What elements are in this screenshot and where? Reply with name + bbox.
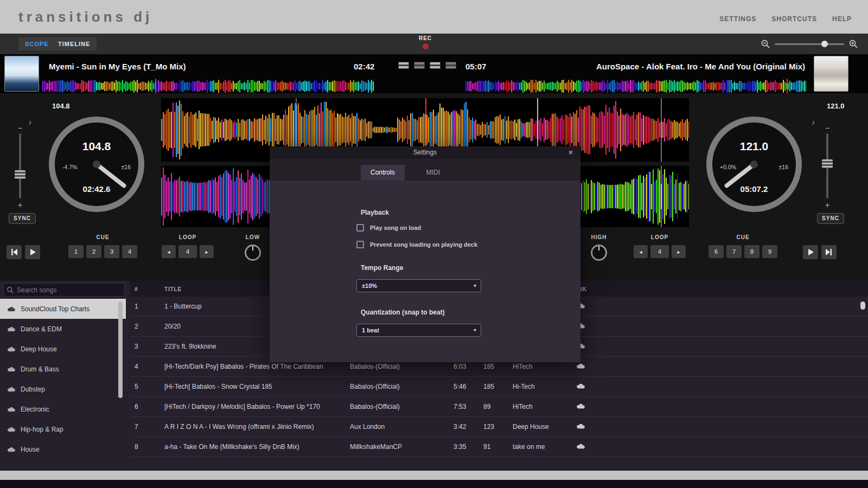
deck-b-cue-7-button[interactable]: 7 <box>726 245 742 258</box>
deck-b-eq-high-group: HIGH <box>589 234 609 261</box>
deck-a-skip-start-button[interactable] <box>7 245 22 259</box>
scope-view-button[interactable]: SCOPE <box>18 37 55 50</box>
deck-a-sync-button[interactable]: SYNC <box>9 213 36 224</box>
deck-a-keylock-icon[interactable]: ♪ <box>28 118 32 126</box>
timeline-view-button[interactable]: TIMELINE <box>52 37 97 50</box>
deck-a-cue-3-button[interactable]: 3 <box>104 245 119 258</box>
playlist-scrollbar-thumb[interactable] <box>118 301 123 398</box>
deck-a-cue-1-button[interactable]: 1 <box>68 245 84 258</box>
soundcloud-link-icon[interactable] <box>568 403 601 410</box>
pitch-plus-label[interactable]: + <box>820 201 834 209</box>
deck-a-loop-group: LOOP ◂ 4 ▸ <box>162 234 214 258</box>
playlist-label: Drum & Bass <box>21 365 59 373</box>
settings-dialog-title: Settings <box>413 149 437 156</box>
deck-a-pitch-track[interactable] <box>19 133 21 198</box>
deck-b-pitch-slider: − + <box>820 125 834 207</box>
deck-b-keylock-icon[interactable]: ♪ <box>812 118 815 126</box>
deck-b-sync-button[interactable]: SYNC <box>817 213 844 224</box>
cloud-icon <box>7 386 16 392</box>
soundcloud-link-icon[interactable] <box>568 443 601 451</box>
playlist-item-dubstep[interactable]: Dubstep <box>0 379 126 399</box>
soundcloud-link-icon[interactable] <box>568 423 601 431</box>
record-icon[interactable] <box>423 43 429 49</box>
shortcuts-link[interactable]: SHORTCUTS <box>771 15 817 23</box>
soundcloud-link-icon[interactable] <box>568 383 601 390</box>
deck-b-loop-halve-button[interactable]: ◂ <box>634 245 648 258</box>
deck-a-cue-4-button[interactable]: 4 <box>122 245 137 258</box>
zoom-in-icon[interactable] <box>848 39 858 51</box>
tempo-range-select[interactable]: ±10% ▾ <box>356 279 481 292</box>
eq-high-label: HIGH <box>589 234 609 240</box>
deck-a-play-button[interactable] <box>25 245 40 259</box>
zoom-slider-track[interactable] <box>775 43 844 45</box>
cloud-icon <box>7 446 16 452</box>
playlist-item-hiphop-rap[interactable]: Hip-hop & Rap <box>0 419 126 439</box>
deck-a-pitch-thumb[interactable] <box>15 170 25 179</box>
pitch-plus-label[interactable]: + <box>13 201 27 209</box>
deck-b-play-button[interactable] <box>803 245 818 259</box>
deck-b-loop-length-button[interactable]: 4 <box>650 245 669 258</box>
table-row[interactable]: 6[HiTech / Darkpsy / Melodic] Babalos - … <box>130 397 868 417</box>
search-input[interactable] <box>17 284 122 296</box>
playback-heading: Playback <box>361 209 580 216</box>
checkbox-unchecked-icon[interactable] <box>356 241 364 248</box>
table-row[interactable]: 5[Hi-Tech] Babalos - Snow Crystal 185 Ba… <box>130 377 868 397</box>
deck-a-loop-length-button[interactable]: 4 <box>178 245 197 258</box>
column-number[interactable]: # <box>130 286 160 292</box>
layout-parallel-icon[interactable] <box>445 62 456 69</box>
playlist-item-drum-bass[interactable]: Drum & Bass <box>0 359 126 379</box>
deck-a-cue-2-button[interactable]: 2 <box>86 245 101 258</box>
deck-a-wheel-bpm: 104.8 <box>55 140 138 153</box>
deck-a-loop-double-button[interactable]: ▸ <box>200 245 214 258</box>
tab-controls[interactable]: Controls <box>361 165 405 181</box>
checkbox-unchecked-icon[interactable] <box>356 224 364 232</box>
playlist-item-dance-edm[interactable]: Dance & EDM <box>0 319 126 339</box>
deck-b-high-eq-knob[interactable] <box>591 245 607 261</box>
playlist-item-electronic[interactable]: Electronic <box>0 399 126 419</box>
zoom-out-icon[interactable] <box>761 39 770 51</box>
deck-b-overview-waveform[interactable] <box>465 80 806 93</box>
deck-b-skip-end-button[interactable] <box>821 245 837 259</box>
settings-dialog: Settings × Controls MIDI Playback Play s… <box>270 146 580 362</box>
table-scrollbar-thumb[interactable] <box>860 301 865 310</box>
deck-b-loop-double-button[interactable]: ▸ <box>672 245 686 258</box>
deck-b-cue-8-button[interactable]: 8 <box>744 245 760 258</box>
playlist-item-house[interactable]: House <box>0 439 126 459</box>
horizontal-scrollbar[interactable] <box>0 471 868 480</box>
settings-link[interactable]: SETTINGS <box>719 15 756 23</box>
play-on-load-option[interactable]: Play song on load <box>356 224 580 232</box>
prevent-load-option[interactable]: Prevent song loading on playing deck <box>356 241 580 248</box>
deck-b-cue-6-button[interactable]: 6 <box>709 245 724 258</box>
deck-b-jog-wheel[interactable]: 121.0 +0.0% ±16 05:07.2 <box>706 117 802 212</box>
layout-split-icon[interactable] <box>414 62 425 69</box>
layout-stacked-icon[interactable] <box>398 62 409 69</box>
deck-b-cue-9-button[interactable]: 9 <box>762 245 777 258</box>
settings-dialog-titlebar: Settings × <box>270 146 580 159</box>
deck-b-pitch-thumb[interactable] <box>822 159 833 168</box>
deck-a-overview-waveform[interactable] <box>42 80 374 93</box>
record-control[interactable]: REC <box>413 35 437 49</box>
close-icon[interactable]: × <box>565 146 576 159</box>
playlist-label: Electronic <box>21 406 49 413</box>
playlist-item-soundcloud-top-charts[interactable]: SoundCloud Top Charts <box>0 299 126 319</box>
help-link[interactable]: HELP <box>832 15 852 23</box>
quantization-select[interactable]: 1 beat ▾ <box>356 324 481 337</box>
soundcloud-link-icon[interactable] <box>568 363 601 370</box>
pitch-minus-label[interactable]: − <box>820 124 834 132</box>
playlist-item-deep-house[interactable]: Deep House <box>0 339 126 359</box>
pitch-minus-label[interactable]: − <box>13 124 27 132</box>
zoom-slider-thumb[interactable] <box>821 41 828 47</box>
tab-midi[interactable]: MIDI <box>417 165 450 181</box>
table-row[interactable]: 8a-ha - Take On Me (Millkshake's Silly D… <box>130 437 868 457</box>
deck-a-jog-wheel[interactable]: 104.8 -4.7% ±16 02:42.6 <box>49 117 144 212</box>
deck-a-low-eq-knob[interactable] <box>245 245 261 261</box>
deck-a-overview-playhead <box>155 79 156 94</box>
deck-a-loop-halve-button[interactable]: ◂ <box>162 245 176 258</box>
waveform-layout-toggles <box>398 62 456 69</box>
deck-b-pitch-range: ±16 <box>779 164 788 170</box>
deck-a-eq-low-group: LOW <box>243 234 263 261</box>
layout-combined-icon[interactable] <box>430 62 441 69</box>
table-row-partial[interactable] <box>130 457 868 469</box>
table-row[interactable]: 7A R I Z O N A - I Was Wrong (offrami x … <box>130 417 868 437</box>
cloud-icon <box>7 426 16 432</box>
